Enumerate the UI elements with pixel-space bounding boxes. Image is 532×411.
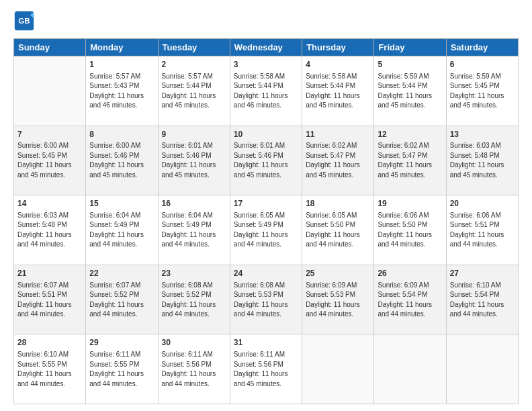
col-header-sunday: Sunday [14,39,86,56]
calendar-cell: 9Sunrise: 6:01 AMSunset: 5:46 PMDaylight… [158,126,230,195]
header: GB [13,10,519,32]
day-number: 31 [234,337,298,349]
day-number: 29 [89,337,154,349]
col-header-wednesday: Wednesday [230,39,302,56]
calendar-cell: 14Sunrise: 6:03 AMSunset: 5:48 PMDayligh… [14,195,86,265]
calendar-cell: 5Sunrise: 5:59 AMSunset: 5:44 PMDaylight… [374,56,446,126]
calendar-cell: 28Sunrise: 6:10 AMSunset: 5:55 PMDayligh… [14,334,86,404]
calendar-cell: 16Sunrise: 6:04 AMSunset: 5:49 PMDayligh… [158,195,230,265]
calendar-cell: 19Sunrise: 6:06 AMSunset: 5:50 PMDayligh… [374,195,446,265]
day-number: 8 [89,129,154,140]
day-number: 17 [234,198,298,210]
calendar-page: GB SundayMondayTuesdayWednesdayThursdayF… [0,0,532,411]
day-info: Sunrise: 6:11 AMSunset: 5:56 PMDaylight:… [162,350,226,389]
week-row-1: 1Sunrise: 5:57 AMSunset: 5:43 PMDaylight… [14,56,519,126]
logo-icon: GB [13,10,35,32]
day-info: Sunrise: 6:04 AMSunset: 5:49 PMDaylight:… [89,211,154,250]
day-number: 30 [162,337,226,349]
day-number: 26 [378,268,442,279]
calendar-cell: 2Sunrise: 5:57 AMSunset: 5:44 PMDaylight… [158,56,230,126]
day-info: Sunrise: 6:05 AMSunset: 5:50 PMDaylight:… [306,211,370,250]
day-number: 16 [162,198,226,210]
calendar-cell: 3Sunrise: 5:58 AMSunset: 5:44 PMDaylight… [230,56,302,126]
week-row-5: 28Sunrise: 6:10 AMSunset: 5:55 PMDayligh… [14,334,519,404]
day-number: 6 [450,59,515,71]
day-number: 4 [306,59,370,71]
day-number: 25 [306,268,370,279]
day-info: Sunrise: 6:06 AMSunset: 5:50 PMDaylight:… [378,211,442,250]
calendar-cell: 27Sunrise: 6:10 AMSunset: 5:54 PMDayligh… [446,265,518,334]
svg-text:GB: GB [18,17,30,25]
calendar-cell: 13Sunrise: 6:03 AMSunset: 5:48 PMDayligh… [446,126,518,195]
calendar-cell: 23Sunrise: 6:08 AMSunset: 5:52 PMDayligh… [158,265,230,334]
day-info: Sunrise: 6:09 AMSunset: 5:54 PMDaylight:… [378,281,442,320]
calendar-cell: 22Sunrise: 6:07 AMSunset: 5:52 PMDayligh… [86,265,158,334]
col-header-thursday: Thursday [302,39,374,56]
day-number: 9 [162,129,226,140]
calendar-cell: 8Sunrise: 6:00 AMSunset: 5:46 PMDaylight… [86,126,158,195]
day-info: Sunrise: 6:07 AMSunset: 5:51 PMDaylight:… [17,281,82,320]
day-info: Sunrise: 6:09 AMSunset: 5:53 PMDaylight:… [306,281,370,320]
day-number: 24 [234,268,298,279]
calendar-cell: 12Sunrise: 6:02 AMSunset: 5:47 PMDayligh… [374,126,446,195]
day-info: Sunrise: 5:58 AMSunset: 5:44 PMDaylight:… [306,72,370,111]
day-number: 1 [89,59,154,71]
col-header-saturday: Saturday [446,39,518,56]
calendar-cell: 6Sunrise: 5:59 AMSunset: 5:45 PMDaylight… [446,56,518,126]
col-header-tuesday: Tuesday [158,39,230,56]
day-info: Sunrise: 6:11 AMSunset: 5:55 PMDaylight:… [89,350,154,389]
day-number: 22 [89,268,154,279]
calendar-cell [14,56,86,126]
day-info: Sunrise: 6:01 AMSunset: 5:46 PMDaylight:… [162,141,226,180]
calendar-cell: 29Sunrise: 6:11 AMSunset: 5:55 PMDayligh… [86,334,158,404]
day-info: Sunrise: 5:58 AMSunset: 5:44 PMDaylight:… [234,72,298,111]
day-info: Sunrise: 6:00 AMSunset: 5:46 PMDaylight:… [89,141,154,180]
calendar-cell: 25Sunrise: 6:09 AMSunset: 5:53 PMDayligh… [302,265,374,334]
calendar-cell: 10Sunrise: 6:01 AMSunset: 5:46 PMDayligh… [230,126,302,195]
day-info: Sunrise: 6:11 AMSunset: 5:56 PMDaylight:… [234,350,298,389]
day-number: 3 [234,59,298,71]
calendar-cell: 7Sunrise: 6:00 AMSunset: 5:45 PMDaylight… [14,126,86,195]
calendar-cell: 20Sunrise: 6:06 AMSunset: 5:51 PMDayligh… [446,195,518,265]
day-info: Sunrise: 6:06 AMSunset: 5:51 PMDaylight:… [450,211,515,250]
calendar-cell: 30Sunrise: 6:11 AMSunset: 5:56 PMDayligh… [158,334,230,404]
logo: GB [13,10,38,32]
calendar-cell: 31Sunrise: 6:11 AMSunset: 5:56 PMDayligh… [230,334,302,404]
day-number: 19 [378,198,442,210]
day-info: Sunrise: 5:57 AMSunset: 5:43 PMDaylight:… [89,72,154,111]
col-header-friday: Friday [374,39,446,56]
day-number: 12 [378,129,442,140]
day-number: 14 [17,198,82,210]
calendar-cell: 18Sunrise: 6:05 AMSunset: 5:50 PMDayligh… [302,195,374,265]
day-number: 23 [162,268,226,279]
calendar-cell [374,334,446,404]
day-number: 2 [162,59,226,71]
day-info: Sunrise: 6:02 AMSunset: 5:47 PMDaylight:… [306,141,370,180]
week-row-3: 14Sunrise: 6:03 AMSunset: 5:48 PMDayligh… [14,195,519,265]
day-info: Sunrise: 6:04 AMSunset: 5:49 PMDaylight:… [162,211,226,250]
day-number: 13 [450,129,515,140]
day-info: Sunrise: 6:02 AMSunset: 5:47 PMDaylight:… [378,141,442,180]
day-info: Sunrise: 6:07 AMSunset: 5:52 PMDaylight:… [89,281,154,320]
day-info: Sunrise: 6:01 AMSunset: 5:46 PMDaylight:… [234,141,298,180]
calendar-table: SundayMondayTuesdayWednesdayThursdayFrid… [13,38,519,404]
day-number: 11 [306,129,370,140]
calendar-cell: 4Sunrise: 5:58 AMSunset: 5:44 PMDaylight… [302,56,374,126]
day-info: Sunrise: 6:03 AMSunset: 5:48 PMDaylight:… [17,211,82,250]
day-number: 21 [17,268,82,279]
day-info: Sunrise: 6:10 AMSunset: 5:55 PMDaylight:… [17,350,82,389]
day-info: Sunrise: 5:59 AMSunset: 5:45 PMDaylight:… [450,72,515,111]
calendar-cell [446,334,518,404]
calendar-cell: 21Sunrise: 6:07 AMSunset: 5:51 PMDayligh… [14,265,86,334]
day-number: 5 [378,59,442,71]
calendar-cell [302,334,374,404]
week-row-2: 7Sunrise: 6:00 AMSunset: 5:45 PMDaylight… [14,126,519,195]
day-info: Sunrise: 5:59 AMSunset: 5:44 PMDaylight:… [378,72,442,111]
day-info: Sunrise: 5:57 AMSunset: 5:44 PMDaylight:… [162,72,226,111]
col-header-monday: Monday [86,39,158,56]
day-info: Sunrise: 6:00 AMSunset: 5:45 PMDaylight:… [17,141,82,180]
day-number: 27 [450,268,515,279]
calendar-cell: 26Sunrise: 6:09 AMSunset: 5:54 PMDayligh… [374,265,446,334]
day-number: 10 [234,129,298,140]
calendar-cell: 15Sunrise: 6:04 AMSunset: 5:49 PMDayligh… [86,195,158,265]
